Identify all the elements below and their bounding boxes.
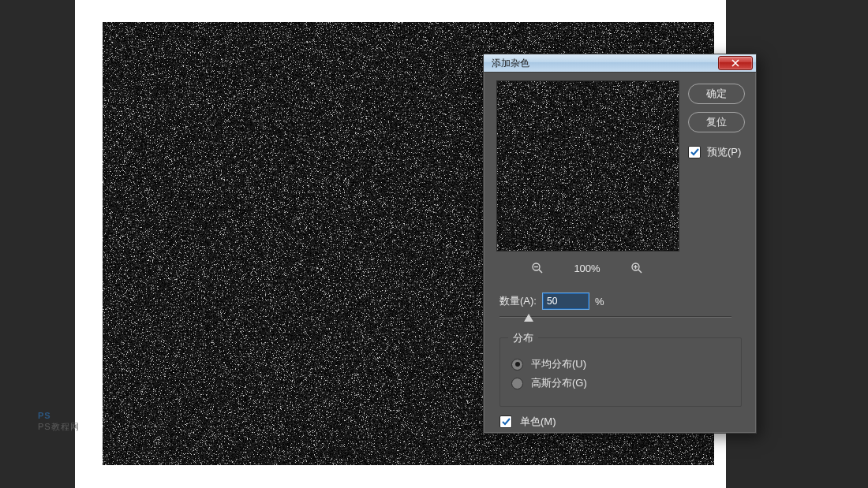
slider-track: [499, 316, 731, 318]
svg-line-1: [539, 270, 542, 273]
svg-line-4: [638, 270, 642, 273]
radio-gaussian-button[interactable]: [511, 378, 523, 389]
preview-checkbox-label: 预览(P): [707, 145, 741, 159]
zoom-level: 100%: [574, 263, 600, 274]
watermark-line2: PS教程网: [38, 421, 80, 432]
amount-label: 数量(A):: [499, 294, 537, 308]
distribution-legend: 分布: [508, 331, 538, 345]
zoom-controls: 100%: [496, 259, 678, 278]
radio-uniform-label: 平均分布(U): [531, 357, 586, 371]
preview-checkbox-row[interactable]: 预览(P): [688, 145, 745, 159]
amount-row: 数量(A): %: [499, 293, 604, 309]
amount-unit: %: [595, 296, 604, 307]
radio-uniform[interactable]: 平均分布(U): [511, 357, 730, 371]
distribution-group: 分布 平均分布(U) 高斯分布(G): [499, 337, 742, 407]
preview-checkbox[interactable]: [688, 146, 701, 158]
amount-input[interactable]: [543, 293, 589, 309]
radio-uniform-button[interactable]: [511, 359, 523, 371]
zoom-in-icon[interactable]: [630, 262, 643, 274]
close-button[interactable]: [718, 56, 753, 70]
zoom-out-icon[interactable]: [531, 262, 544, 274]
amount-slider[interactable]: [499, 314, 731, 328]
check-icon: [502, 418, 511, 427]
radio-gaussian-label: 高斯分布(G): [531, 376, 587, 390]
close-icon: [731, 59, 739, 67]
watermark-line1: PS: [38, 410, 80, 421]
watermark: PS PS教程网: [38, 410, 80, 432]
dialog-title: 添加杂色: [492, 57, 718, 70]
monochrome-label: 单色(M): [520, 415, 556, 429]
add-noise-dialog: 添加杂色 100%: [483, 54, 757, 434]
workspace: PS PS教程网 添加杂色 100%: [0, 0, 868, 488]
check-icon: [690, 148, 699, 157]
monochrome-checkbox[interactable]: [499, 415, 512, 428]
slider-thumb[interactable]: [524, 314, 533, 322]
dialog-titlebar[interactable]: 添加杂色: [484, 54, 756, 73]
dialog-side-buttons: 确定 复位 预览(P): [688, 84, 745, 159]
reset-button[interactable]: 复位: [688, 112, 745, 132]
radio-gaussian[interactable]: 高斯分布(G): [511, 376, 730, 390]
noise-preview[interactable]: [496, 80, 679, 251]
monochrome-row[interactable]: 单色(M): [499, 415, 556, 429]
ok-button[interactable]: 确定: [688, 84, 745, 104]
